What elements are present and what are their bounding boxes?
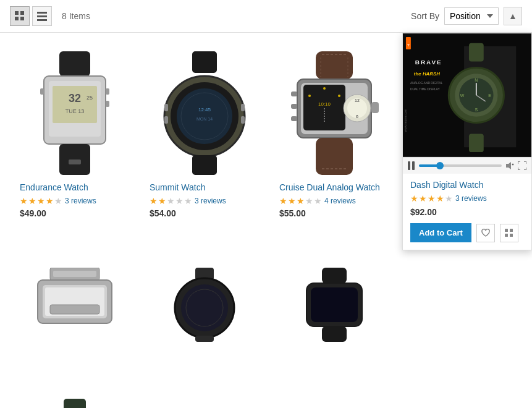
stars-row-cruise: ★ ★ ★ ★ ★ 4 reviews bbox=[279, 196, 389, 206]
svg-rect-28 bbox=[241, 104, 245, 111]
sort-area: Sort By Position Name Price ▲ bbox=[411, 7, 522, 25]
review-link-cruise[interactable]: 4 reviews bbox=[324, 197, 356, 205]
svg-rect-47 bbox=[291, 116, 297, 121]
sort-direction-button[interactable]: ▲ bbox=[504, 7, 522, 25]
popup-body: Dash Digital Watch ★ ★ ★ ★ ★ 3 reviews $… bbox=[403, 174, 531, 250]
svg-rect-31 bbox=[316, 51, 353, 79]
video-container: N E S W BRAVE the HARSH ANALOG AND DIGIT… bbox=[403, 33, 531, 157]
product-image-endurance[interactable]: 32 25 TUE 13 bbox=[25, 51, 124, 175]
svg-text:DUAL TIME DISPLAY: DUAL TIME DISPLAY bbox=[410, 88, 441, 91]
product-image-bottom2[interactable] bbox=[161, 243, 248, 342]
svg-text:S: S bbox=[475, 108, 478, 112]
svg-text:N: N bbox=[475, 78, 478, 82]
product-image-summit[interactable]: 12:45 MON 14 bbox=[155, 51, 254, 175]
svg-rect-15 bbox=[106, 101, 109, 107]
svg-text:12:45: 12:45 bbox=[198, 107, 211, 113]
svg-text:W: W bbox=[460, 93, 465, 98]
svg-rect-58 bbox=[50, 305, 99, 314]
product-item-summit: 12:45 MON 14 Summit Watch ★ ★ ★ ★ ★ 3 re… bbox=[140, 45, 269, 231]
grid-view-button[interactable] bbox=[10, 6, 30, 26]
svg-rect-100 bbox=[505, 234, 508, 237]
review-link-endurance[interactable]: 3 reviews bbox=[65, 197, 96, 205]
svg-rect-49 bbox=[316, 138, 353, 175]
svg-rect-2 bbox=[15, 17, 19, 20]
svg-point-43 bbox=[338, 95, 340, 97]
svg-text:TUE 13: TUE 13 bbox=[65, 108, 85, 114]
popup-product-name[interactable]: Dash Digital Watch bbox=[410, 180, 524, 190]
video-progress-track[interactable] bbox=[419, 164, 502, 167]
product-image-bottom4[interactable] bbox=[32, 374, 118, 408]
stars-cruise: ★ ★ ★ ★ ★ bbox=[279, 196, 322, 206]
popup-review-link[interactable]: 3 reviews bbox=[455, 194, 487, 203]
svg-rect-10 bbox=[53, 86, 97, 123]
mute-button[interactable] bbox=[505, 161, 514, 170]
video-controls bbox=[403, 157, 531, 174]
svg-point-42 bbox=[323, 87, 326, 90]
svg-rect-63 bbox=[195, 336, 214, 342]
product-name-summit[interactable]: Summit Watch bbox=[150, 182, 260, 192]
svg-rect-6 bbox=[37, 19, 47, 21]
svg-rect-1 bbox=[20, 11, 24, 15]
popup-stars: ★ ★ ★ ★ ★ bbox=[410, 193, 453, 203]
svg-rect-5 bbox=[37, 15, 47, 17]
svg-rect-93 bbox=[408, 161, 410, 170]
stars-row-endurance: ★ ★ ★ ★ ★ 3 reviews bbox=[20, 196, 130, 206]
review-link-summit[interactable]: 3 reviews bbox=[195, 197, 226, 205]
svg-text:25: 25 bbox=[87, 95, 93, 101]
list-view-button[interactable] bbox=[32, 6, 52, 26]
product-name-endurance[interactable]: Endurance Watch bbox=[20, 182, 130, 192]
svg-rect-54 bbox=[53, 271, 96, 277]
video-progress-thumb bbox=[436, 162, 444, 169]
svg-rect-30 bbox=[192, 155, 217, 175]
popup-price: $92.00 bbox=[410, 207, 524, 217]
svg-text:BRAVE: BRAVE bbox=[415, 59, 442, 66]
pause-button[interactable] bbox=[408, 161, 415, 170]
svg-text:12: 12 bbox=[355, 98, 360, 103]
fullscreen-button[interactable] bbox=[518, 161, 526, 170]
svg-point-61 bbox=[181, 284, 228, 331]
svg-rect-67 bbox=[322, 326, 347, 342]
product-item-bottom4 bbox=[10, 368, 140, 408]
svg-text:32: 32 bbox=[69, 92, 81, 104]
svg-point-44 bbox=[308, 95, 311, 97]
svg-text:E: E bbox=[488, 93, 491, 98]
svg-rect-68 bbox=[64, 399, 86, 408]
sort-select[interactable]: Position Name Price bbox=[444, 7, 499, 25]
product-item-endurance: 32 25 TUE 13 Endurance Watch ★ ★ ★ ★ ★ bbox=[10, 45, 140, 231]
svg-rect-14 bbox=[106, 88, 109, 95]
svg-rect-48 bbox=[371, 102, 379, 113]
svg-rect-26 bbox=[164, 104, 168, 111]
item-count: 8 Items bbox=[62, 11, 90, 21]
product-image-bottom1[interactable] bbox=[32, 243, 118, 342]
svg-rect-94 bbox=[412, 161, 415, 170]
svg-rect-18 bbox=[69, 159, 81, 164]
product-name-cruise[interactable]: Cruise Dual Analog Watch bbox=[279, 182, 389, 192]
product-price-cruise: $55.00 bbox=[279, 208, 389, 218]
svg-rect-3 bbox=[20, 17, 24, 20]
svg-rect-64 bbox=[322, 268, 347, 283]
svg-rect-27 bbox=[164, 116, 168, 124]
svg-text:www.yepme.com: www.yepme.com bbox=[404, 109, 407, 132]
svg-rect-99 bbox=[510, 229, 513, 232]
svg-rect-16 bbox=[40, 88, 44, 95]
svg-rect-46 bbox=[291, 104, 297, 109]
svg-text:6: 6 bbox=[356, 114, 358, 119]
popup-actions: Add to Cart bbox=[410, 223, 524, 242]
product-item-cruise: 12 6 10:10 bbox=[269, 45, 399, 231]
product-image-cruise[interactable]: 12 6 10:10 bbox=[285, 51, 384, 175]
svg-rect-66 bbox=[311, 287, 358, 322]
svg-text:ANALOG AND DIGITAL: ANALOG AND DIGITAL bbox=[410, 82, 443, 85]
svg-rect-45 bbox=[291, 91, 297, 96]
product-image-bottom3[interactable] bbox=[291, 243, 378, 342]
product-grid: 32 25 TUE 13 Endurance Watch ★ ★ ★ ★ ★ bbox=[0, 33, 532, 408]
svg-rect-19 bbox=[192, 51, 217, 73]
svg-rect-75 bbox=[469, 43, 484, 62]
wishlist-button[interactable] bbox=[476, 224, 495, 242]
svg-rect-7 bbox=[59, 51, 90, 76]
svg-rect-98 bbox=[505, 229, 508, 232]
toolbar: 8 Items Sort By Position Name Price ▲ bbox=[0, 0, 532, 33]
view-toggle bbox=[10, 6, 52, 26]
svg-rect-35 bbox=[303, 85, 345, 130]
add-to-cart-button[interactable]: Add to Cart bbox=[410, 223, 471, 242]
compare-button[interactable] bbox=[500, 224, 518, 242]
